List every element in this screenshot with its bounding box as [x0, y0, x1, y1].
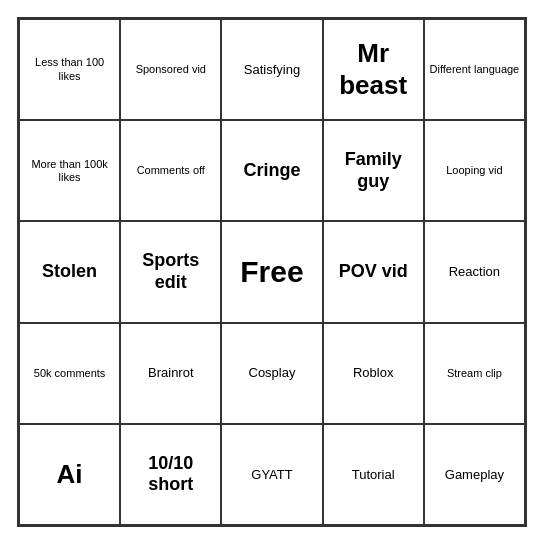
cell-r1c3: Family guy — [323, 120, 424, 221]
cell-text-r1c1: Comments off — [125, 164, 216, 177]
cell-text-r4c2: GYATT — [226, 467, 317, 483]
cell-text-r4c4: Gameplay — [429, 467, 520, 483]
cell-r1c0: More than 100k likes — [19, 120, 120, 221]
bingo-board: Less than 100 likesSponsored vidSatisfyi… — [17, 17, 527, 527]
cell-text-r0c4: Different language — [429, 63, 520, 76]
cell-text-r0c0: Less than 100 likes — [24, 56, 115, 82]
cell-r0c3: Mr beast — [323, 19, 424, 120]
cell-text-r3c2: Cosplay — [226, 365, 317, 381]
cell-text-r3c4: Stream clip — [429, 367, 520, 380]
cell-r1c2: Cringe — [221, 120, 322, 221]
cell-text-r0c1: Sponsored vid — [125, 63, 216, 76]
cell-text-r0c2: Satisfying — [226, 62, 317, 78]
cell-text-r4c0: Ai — [24, 459, 115, 490]
cell-r3c1: Brainrot — [120, 323, 221, 424]
cell-text-r2c2: Free — [226, 254, 317, 290]
cell-text-r3c3: Roblox — [328, 365, 419, 381]
cell-r1c1: Comments off — [120, 120, 221, 221]
cell-text-r0c3: Mr beast — [328, 38, 419, 100]
cell-r3c0: 50k comments — [19, 323, 120, 424]
cell-r2c2: Free — [221, 221, 322, 322]
cell-r1c4: Looping vid — [424, 120, 525, 221]
cell-text-r4c1: 10/10 short — [125, 453, 216, 496]
cell-text-r1c4: Looping vid — [429, 164, 520, 177]
cell-r2c4: Reaction — [424, 221, 525, 322]
cell-text-r2c4: Reaction — [429, 264, 520, 280]
cell-r4c2: GYATT — [221, 424, 322, 525]
cell-text-r2c0: Stolen — [24, 261, 115, 283]
cell-r2c1: Sports edit — [120, 221, 221, 322]
cell-r0c2: Satisfying — [221, 19, 322, 120]
cell-r4c4: Gameplay — [424, 424, 525, 525]
cell-text-r4c3: Tutorial — [328, 467, 419, 483]
cell-r2c0: Stolen — [19, 221, 120, 322]
cell-r0c4: Different language — [424, 19, 525, 120]
cell-text-r2c1: Sports edit — [125, 250, 216, 293]
cell-r3c2: Cosplay — [221, 323, 322, 424]
cell-text-r3c0: 50k comments — [24, 367, 115, 380]
cell-r4c1: 10/10 short — [120, 424, 221, 525]
cell-text-r1c0: More than 100k likes — [24, 158, 115, 184]
cell-text-r3c1: Brainrot — [125, 365, 216, 381]
cell-r3c4: Stream clip — [424, 323, 525, 424]
cell-r3c3: Roblox — [323, 323, 424, 424]
cell-r4c0: Ai — [19, 424, 120, 525]
cell-text-r2c3: POV vid — [328, 261, 419, 283]
cell-r0c1: Sponsored vid — [120, 19, 221, 120]
cell-r0c0: Less than 100 likes — [19, 19, 120, 120]
cell-r2c3: POV vid — [323, 221, 424, 322]
cell-text-r1c3: Family guy — [328, 149, 419, 192]
cell-r4c3: Tutorial — [323, 424, 424, 525]
cell-text-r1c2: Cringe — [226, 160, 317, 182]
